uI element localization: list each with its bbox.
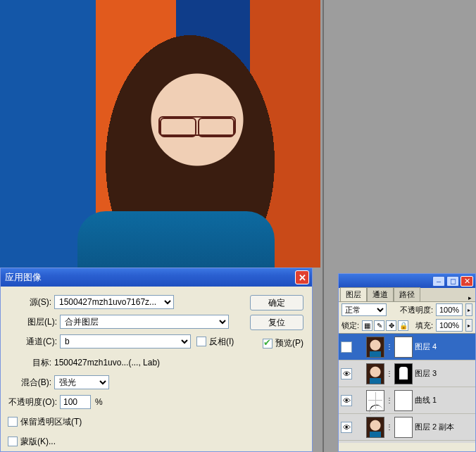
panel-close-icon[interactable]: ✕: [461, 276, 473, 287]
panel-window-bar[interactable]: – ◻ ✕: [339, 274, 475, 288]
opacity-spinner-icon[interactable]: ▸: [465, 303, 472, 316]
lock-label: 锁定:: [342, 320, 359, 331]
lock-transparency-icon[interactable]: ▦: [362, 320, 372, 331]
layer-name[interactable]: 曲线 1: [415, 395, 437, 406]
layer-thumbnail[interactable]: [366, 337, 384, 358]
layer-blend-combo[interactable]: 正常: [342, 303, 387, 316]
opacity-unit: %: [95, 397, 103, 407]
channel-combo[interactable]: b: [60, 334, 191, 349]
visibility-icon[interactable]: 👁: [341, 395, 352, 406]
layer-label: 图层(L):: [22, 316, 57, 328]
document-canvas[interactable]: [0, 0, 320, 268]
opacity-input[interactable]: [60, 395, 91, 409]
layer-opacity-input[interactable]: [436, 303, 463, 316]
fill-spinner-icon[interactable]: ▸: [465, 319, 472, 332]
dialog-title: 应用图像: [5, 271, 295, 284]
lock-pixels-icon[interactable]: ✎: [374, 320, 384, 331]
panel-tabs: 图层 通道 路径 ▸: [339, 288, 475, 302]
adjustment-thumbnail[interactable]: [366, 390, 384, 411]
close-icon[interactable]: ✕: [295, 270, 309, 284]
invert-checkbox[interactable]: [196, 337, 206, 346]
ok-label: 确定: [268, 297, 285, 309]
target-label: 目标:: [8, 357, 51, 369]
tab-channels-label: 通道: [372, 290, 388, 299]
layers-panel: – ◻ ✕ 图层 通道 路径 ▸ 正常 不透明度: ▸ 锁定: ▦ ✎ ✥ 🔒 …: [338, 273, 476, 452]
layer-mask-thumbnail[interactable]: [394, 417, 413, 438]
preserve-transparency-checkbox[interactable]: [8, 417, 18, 427]
pane-divider: [322, 0, 324, 452]
preview-checkbox[interactable]: [263, 339, 273, 349]
layer-mask-thumbnail[interactable]: [394, 337, 413, 358]
layer-thumbnail[interactable]: [366, 417, 384, 438]
mask-link-icon: ⋮: [387, 423, 392, 431]
layer-row[interactable]: 👁 ⋮ 图层 2 副本: [339, 414, 475, 441]
invert-label: 反相(I): [209, 336, 234, 348]
layer-thumbnail[interactable]: [366, 363, 384, 384]
layer-opacity-label: 不透明度:: [400, 305, 433, 315]
lock-all-icon[interactable]: 🔒: [398, 320, 408, 331]
tab-paths-label: 路径: [399, 290, 415, 299]
dialog-titlebar[interactable]: 应用图像 ✕: [1, 268, 312, 287]
layer-row[interactable]: 👁 ⋮ 曲线 1: [339, 387, 475, 414]
mask-checkbox[interactable]: [8, 437, 18, 446]
source-label: 源(S):: [8, 296, 51, 308]
visibility-icon[interactable]: 👁: [341, 368, 352, 379]
source-combo[interactable]: 1500427mzh1uvo7167z...: [54, 295, 174, 309]
layer-name[interactable]: 图层 4: [415, 341, 437, 352]
opacity-label: 不透明度(O):: [8, 396, 57, 408]
tab-layers[interactable]: 图层: [340, 287, 367, 301]
mask-link-icon: ⋮: [387, 370, 392, 377]
layer-name[interactable]: 图层 2 副本: [415, 422, 454, 432]
layer-row[interactable]: 👁 ⋮ 图层 4: [339, 334, 475, 360]
preview-label: 预览(P): [275, 337, 303, 349]
ok-button[interactable]: 确定: [250, 295, 303, 310]
photo-glasses: [158, 116, 236, 136]
layer-row[interactable]: 👁 ⋮ 图层 3: [339, 360, 475, 387]
mask-link-icon: ⋮: [387, 396, 392, 404]
blend-label: 混合(B):: [8, 377, 51, 389]
layer-mask-thumbnail[interactable]: [394, 363, 413, 384]
maximize-icon[interactable]: ◻: [446, 276, 459, 287]
mask-label: 蒙版(K)...: [20, 436, 56, 448]
preserve-transparency-label: 保留透明区域(T): [20, 416, 82, 428]
tab-layers-label: 图层: [346, 290, 361, 299]
visibility-icon[interactable]: 👁: [341, 422, 352, 433]
blend-combo[interactable]: 强光: [54, 375, 109, 389]
tab-channels[interactable]: 通道: [367, 287, 394, 301]
fill-input[interactable]: [436, 319, 463, 332]
fill-label: 填充:: [415, 320, 433, 331]
tab-paths[interactable]: 路径: [394, 287, 420, 301]
reset-button[interactable]: 复位: [250, 315, 303, 330]
layer-mask-thumbnail[interactable]: [394, 390, 413, 411]
minimize-icon[interactable]: –: [432, 276, 445, 287]
visibility-icon[interactable]: 👁: [341, 341, 352, 353]
reset-label: 复位: [268, 317, 285, 329]
target-value: 1500427mzh1uvo...(..., Lab): [54, 358, 160, 368]
layer-combo[interactable]: 合并图层: [60, 315, 229, 329]
mask-link-icon: ⋮: [387, 343, 392, 351]
layer-name[interactable]: 图层 3: [415, 368, 437, 379]
apply-image-dialog: 应用图像 ✕ 确定 复位 预览(P) 源(S): 1500427mzh1uvo7…: [0, 268, 313, 452]
channel-label: 通道(C):: [22, 336, 57, 348]
photo-torso: [77, 211, 275, 268]
lock-position-icon[interactable]: ✥: [386, 320, 396, 331]
panel-menu-icon[interactable]: ▸: [464, 294, 475, 301]
layer-list: 👁 ⋮ 图层 4 👁 ⋮ 图层 3 👁 ⋮ 曲线 1 👁: [339, 333, 475, 443]
